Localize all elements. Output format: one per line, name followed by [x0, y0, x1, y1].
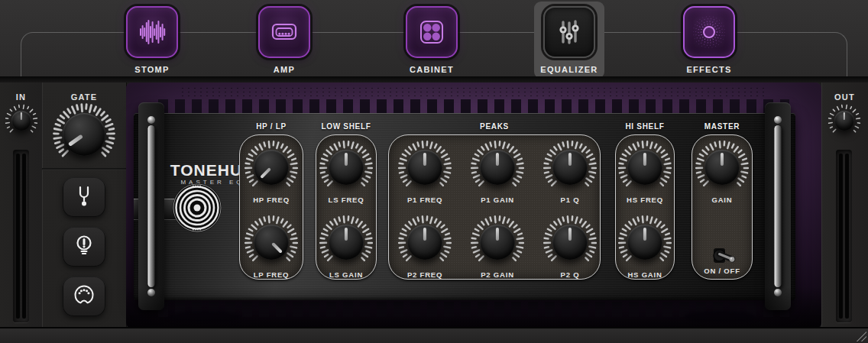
- output-column: OUT: [821, 83, 868, 328]
- output-meter: [836, 150, 852, 322]
- window-bottom-bar: [0, 327, 868, 343]
- midi-button[interactable]: [63, 277, 105, 316]
- hints-button[interactable]: [63, 227, 105, 267]
- section-hp-lp: HP / LP HP FREQ LP FREQ: [239, 122, 303, 280]
- input-column: IN: [0, 83, 43, 328]
- resize-grip-icon[interactable]: [855, 330, 866, 341]
- bottom-vent-teeth: [158, 302, 789, 317]
- amp-head-icon: [258, 6, 310, 58]
- knob-label: HS GAIN: [627, 270, 662, 279]
- knob-label: P2 GAIN: [481, 270, 514, 279]
- rack-foot: [168, 311, 241, 323]
- top-tab-bar: STOMP AMP: [0, 0, 868, 76]
- section-title: PEAKS: [388, 122, 601, 134]
- tab-amp[interactable]: AMP: [249, 2, 319, 79]
- hp-freq-knob[interactable]: [244, 140, 299, 195]
- p1-freq-knob[interactable]: [397, 140, 452, 195]
- section-peaks: PEAKS P1 FREQ P1 GAIN P1 Q: [388, 122, 601, 280]
- tab-label: EQUALIZER: [540, 65, 598, 74]
- rack-ear-right: [765, 102, 791, 310]
- tab-label: STOMP: [134, 65, 169, 74]
- ls-freq-knob[interactable]: [319, 140, 374, 195]
- screw-icon: [147, 116, 155, 124]
- screw-icon: [147, 289, 155, 296]
- p1-q-knob[interactable]: [542, 140, 598, 195]
- hs-gain-knob[interactable]: [617, 215, 672, 270]
- p2-freq-knob[interactable]: [397, 215, 452, 270]
- knob-label: P1 FREQ: [407, 196, 442, 204]
- tonehub-plugin-window: STOMP AMP: [0, 0, 868, 343]
- eq-rack-faceplate: TONEHUB MASTER EQ: [134, 113, 795, 300]
- tab-equalizer[interactable]: EQUALIZER: [534, 2, 604, 79]
- hs-freq-knob[interactable]: [617, 140, 672, 195]
- section-title: HI SHELF: [615, 122, 675, 134]
- rack-ear-left: [138, 102, 164, 310]
- knob-label: LP FREQ: [254, 270, 290, 279]
- section-panel: GAIN ON / OFF: [691, 134, 753, 280]
- tab-label: CABINET: [410, 65, 454, 74]
- section-master: MASTER GAIN: [691, 122, 753, 280]
- knob-label: P1 Q: [561, 196, 580, 204]
- gate-panel-divider: [42, 168, 126, 170]
- master-gain-knob[interactable]: [695, 140, 750, 195]
- section-panel: LS FREQ LS GAIN: [316, 134, 377, 280]
- p1-gain-knob[interactable]: [470, 140, 525, 195]
- section-panel: HP FREQ LP FREQ: [239, 134, 303, 280]
- section-title: LOW SHELF: [316, 122, 377, 134]
- knob-label: LS FREQ: [329, 196, 364, 204]
- knob-label: HP FREQ: [253, 196, 290, 204]
- section-title: MASTER: [691, 122, 753, 134]
- midi-din-icon: [72, 283, 96, 310]
- hint-bulb-icon: [72, 233, 96, 260]
- out-level-knob[interactable]: [828, 104, 861, 138]
- rack-handle-right: [775, 125, 782, 287]
- knob-label: HS FREQ: [627, 196, 663, 204]
- radial-dots-icon: [683, 6, 735, 58]
- section-panel: HS FREQ HS GAIN: [615, 134, 675, 280]
- in-label: IN: [0, 92, 42, 102]
- tab-cabinet[interactable]: CABINET: [397, 2, 467, 79]
- gate-threshold-knob[interactable]: [52, 102, 116, 167]
- knob-label: P1 GAIN: [481, 196, 514, 204]
- tuner-button[interactable]: [63, 177, 105, 217]
- lp-freq-knob[interactable]: [244, 215, 299, 270]
- waveform-icon: [126, 6, 178, 58]
- p2-q-knob[interactable]: [542, 215, 598, 270]
- cabinet-backdrop: TONEHUB MASTER EQ: [126, 83, 821, 328]
- screw-icon: [774, 116, 782, 124]
- speaker-badge-icon: [172, 183, 222, 233]
- section-hi-shelf: HI SHELF HS FREQ HS GAIN: [615, 122, 675, 280]
- gate-label: GATE: [42, 92, 126, 102]
- tab-stomp[interactable]: STOMP: [117, 2, 187, 79]
- ls-gain-knob[interactable]: [319, 215, 374, 270]
- onoff-label: ON / OFF: [692, 267, 752, 275]
- tabbar-seam: [0, 76, 868, 83]
- tab-label: EFFECTS: [686, 65, 731, 74]
- gate-column: GATE: [42, 83, 127, 328]
- screw-icon: [774, 289, 782, 296]
- section-low-shelf: LOW SHELF LS FREQ LS GAIN: [316, 122, 377, 280]
- in-level-knob[interactable]: [5, 104, 38, 138]
- knob-label: LS GAIN: [329, 270, 363, 279]
- knob-label: P2 Q: [561, 270, 580, 279]
- rack-handle-left: [148, 125, 155, 287]
- speaker-cab-icon: [406, 6, 458, 58]
- section-title: HP / LP: [239, 122, 303, 134]
- perforated-top-strip: [180, 86, 768, 99]
- knob-label: P2 FREQ: [407, 270, 442, 279]
- knob-label: GAIN: [712, 196, 733, 204]
- tuning-fork-icon: [72, 183, 96, 211]
- tab-effects[interactable]: EFFECTS: [674, 2, 744, 79]
- input-meter: [13, 150, 29, 322]
- out-label: OUT: [821, 92, 868, 102]
- p2-gain-knob[interactable]: [470, 215, 525, 270]
- section-panel: P1 FREQ P1 GAIN P1 Q P2 FREQ: [388, 134, 601, 280]
- sliders-icon: [543, 6, 595, 58]
- rack-foot: [684, 311, 756, 323]
- tab-label: AMP: [274, 65, 295, 74]
